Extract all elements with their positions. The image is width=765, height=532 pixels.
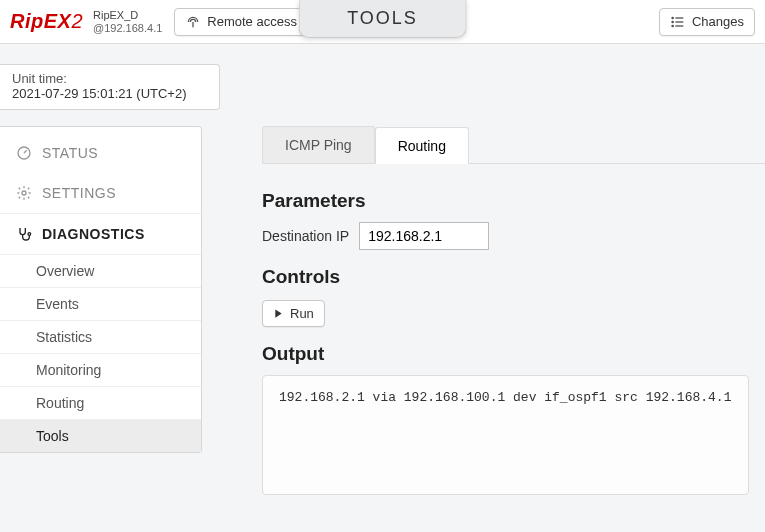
sidebar-settings-label: SETTINGS [42,185,116,201]
destination-ip-input[interactable] [359,222,489,250]
destination-ip-label: Destination IP [262,228,349,244]
changes-button[interactable]: Changes [659,8,755,36]
main-content: ICMP Ping Routing Parameters Destination… [202,126,765,505]
top-bar: RipEX2 RipEX_D @192.168.4.1 Remote acces… [0,0,765,44]
tab-icmp-ping[interactable]: ICMP Ping [262,126,375,163]
output-box: 192.168.2.1 via 192.168.100.1 dev if_osp… [262,375,749,495]
sidebar: STATUS SETTINGS DIAGNOSTICS Overview Eve… [0,126,202,453]
stethoscope-icon [16,226,32,242]
run-label: Run [290,306,314,321]
remote-access-label: Remote access [207,14,297,29]
page-title: TOOLS [298,0,467,38]
logo-text: RipEX [10,10,71,32]
changes-label: Changes [692,14,744,29]
svg-point-9 [22,191,26,195]
gear-icon [16,185,32,201]
sidebar-sub-monitoring[interactable]: Monitoring [0,353,201,386]
sidebar-item-diagnostics[interactable]: DIAGNOSTICS [0,213,201,254]
brand-logo: RipEX2 [10,10,83,33]
remote-access-button[interactable]: Remote access [174,8,308,36]
sidebar-item-status[interactable]: STATUS [0,133,201,173]
sidebar-sub-routing[interactable]: Routing [0,386,201,419]
parameters-heading: Parameters [262,190,749,212]
output-heading: Output [262,343,749,365]
controls-heading: Controls [262,266,749,288]
sidebar-diagnostics-label: DIAGNOSTICS [42,226,145,242]
svg-line-8 [24,150,27,153]
unit-time-label: Unit time: [12,71,209,86]
svg-marker-11 [275,309,281,317]
tab-routing[interactable]: Routing [375,127,469,164]
unit-name: RipEX_D [93,9,162,22]
list-icon [670,14,686,30]
antenna-icon [185,14,201,30]
tab-bar: ICMP Ping Routing [262,126,765,164]
sidebar-sub-statistics[interactable]: Statistics [0,320,201,353]
svg-point-5 [672,21,673,22]
sidebar-item-settings[interactable]: SETTINGS [0,173,201,213]
unit-info: RipEX_D @192.168.4.1 [93,9,162,35]
gauge-icon [16,145,32,161]
play-icon [273,308,284,319]
sidebar-sub-overview[interactable]: Overview [0,254,201,287]
run-button[interactable]: Run [262,300,325,327]
sidebar-sub-tools[interactable]: Tools [0,419,201,452]
unit-time-box: Unit time: 2021-07-29 15:01:21 (UTC+2) [0,64,220,110]
unit-ip: @192.168.4.1 [93,22,162,35]
svg-point-6 [672,25,673,26]
unit-time-value: 2021-07-29 15:01:21 (UTC+2) [12,86,209,101]
svg-point-4 [672,17,673,18]
sidebar-sub-events[interactable]: Events [0,287,201,320]
sidebar-status-label: STATUS [42,145,98,161]
svg-point-10 [28,233,31,236]
logo-suffix: 2 [71,10,83,32]
